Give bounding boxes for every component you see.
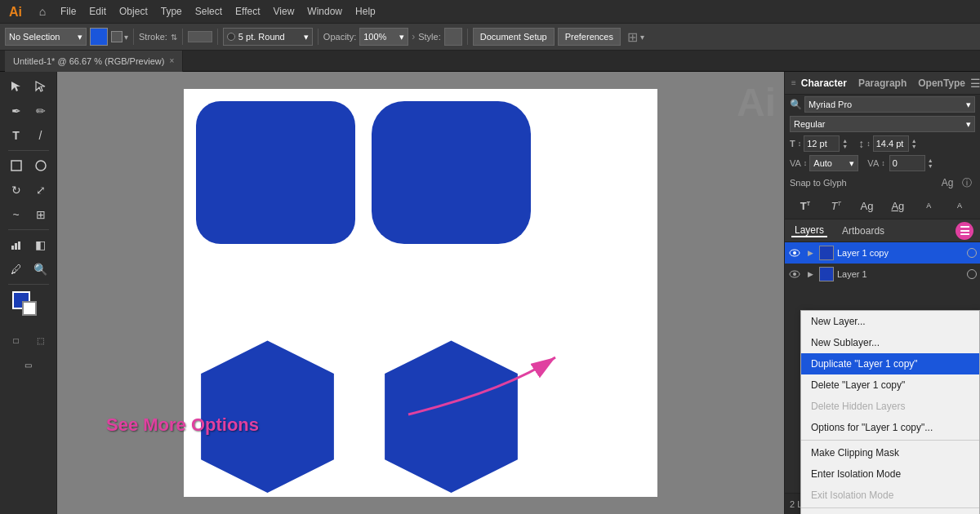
opacity-dropdown[interactable]: 100% ▾ [359,28,408,46]
chart-tool[interactable] [5,233,28,256]
stroke-style-dropdown[interactable]: 5 pt. Round ▾ [223,28,313,46]
tab-close-btn[interactable]: × [169,56,174,65]
ctx-duplicate-layer[interactable]: Duplicate "Layer 1 copy" [801,353,979,374]
tracking-arrows[interactable]: ▲ ▼ [928,157,933,169]
ellipse-tool[interactable] [29,154,52,177]
character-tab[interactable]: Character [801,78,847,89]
rect-tool[interactable] [5,154,28,177]
menu-edit[interactable]: Edit [82,2,113,20]
zoom-tool[interactable]: 🔍 [29,258,52,281]
font-search-icon[interactable]: 🔍 [790,99,802,110]
screen-mode[interactable]: ▭ [17,353,40,376]
menu-help[interactable]: Help [349,2,382,20]
tool-row-1 [5,75,52,98]
selection-dropdown[interactable]: No Selection ▾ [5,28,87,46]
ctx-new-layer[interactable]: New Layer... [801,311,979,332]
tool-sep-1 [8,150,49,151]
tool-sep-2 [8,229,49,230]
opacity-more[interactable]: › [412,31,415,42]
normal-mode[interactable]: □ [5,329,28,352]
tool-sep-3 [8,284,49,285]
tool-row-8: 🖊 🔍 [5,258,52,281]
layer-name-1: Layer 1 [837,269,964,279]
layer-visibility-1copy[interactable] [788,246,801,259]
menu-object[interactable]: Object [113,2,154,20]
direct-select-tool[interactable] [29,75,52,98]
scale-tool[interactable]: ⤢ [29,179,52,202]
char-style-tx1[interactable]: TT [795,195,816,216]
char-style-tx2[interactable]: TT [826,195,847,216]
char-style-a2[interactable]: A [949,195,970,216]
rotate-tool[interactable]: ↻ [5,179,28,202]
font-name-dropdown[interactable]: Myriad Pro ▾ [804,96,975,113]
layer-target-1[interactable] [967,269,977,279]
document-setup-btn[interactable]: Document Setup [473,28,555,46]
char-style-ag1[interactable]: Ag [857,195,878,216]
layer-target-1copy[interactable] [967,248,977,258]
context-menu: New Layer... New Sublayer... Duplicate "… [800,310,980,514]
ctx-make-clipping[interactable]: Make Clipping Mask [801,442,979,463]
char-style-a1[interactable]: A [918,195,939,216]
layer-name-1copy: Layer 1 copy [837,248,964,258]
fill-color[interactable] [90,28,108,46]
menu-window[interactable]: Window [301,2,349,20]
font-size-field[interactable]: 12 pt [804,135,840,152]
layer-item-1-copy[interactable]: ▶ Layer 1 copy [785,242,980,264]
menu-view[interactable]: View [267,2,301,20]
layer-item-1[interactable]: ▶ Layer 1 [785,264,980,285]
style-color[interactable] [444,28,462,46]
line-tool[interactable]: / [29,124,52,147]
snap-info-icon[interactable]: ⓘ [959,175,975,191]
pen-tool[interactable]: ✒ [5,100,28,122]
panel-grip-icon: ≡ [791,78,796,87]
character-panel-menu[interactable]: ☰ [970,77,980,90]
ctx-delete-layer-copy[interactable]: Delete "Layer 1 copy" [801,374,979,396]
warp-tool[interactable]: ~ [5,203,28,226]
layer-thumb-1copy [819,246,834,260]
layers-panel-header: Layers Artboards ☰ [785,219,980,242]
tracking-field[interactable]: 0 [889,155,925,171]
preferences-btn[interactable]: Preferences [558,28,621,46]
menu-select[interactable]: Select [189,2,229,20]
layers-tab[interactable]: Layers [791,224,827,237]
menu-file[interactable]: File [54,2,82,20]
paragraph-tab[interactable]: Paragraph [858,78,906,89]
font-style-dropdown[interactable]: Regular ▾ [790,116,975,132]
ctx-options[interactable]: Options for "Layer 1 copy"... [801,417,979,438]
shape-rounded-topright [372,101,531,244]
brush-tool[interactable]: ✏ [29,100,52,122]
select-tool[interactable] [5,75,28,98]
kerning-dropdown[interactable]: Auto ▾ [809,155,858,171]
text-tool[interactable]: T [5,124,28,147]
artboards-tab[interactable]: Artboards [839,225,888,237]
char-style-row: TT TT Ag Ag A A [785,193,980,219]
opentype-tab[interactable]: OpenType [918,78,965,89]
layer-visibility-1[interactable] [788,268,801,281]
ctx-new-sublayer[interactable]: New Sublayer... [801,332,979,353]
stroke-arrows[interactable]: ⇅ [171,33,177,42]
layers-menu-btn[interactable]: ☰ [956,222,973,240]
snap-ag-icon[interactable]: Ag [939,175,956,191]
menu-effect[interactable]: Effect [229,2,266,20]
free-transform-tool[interactable]: ⊞ [29,203,52,226]
menu-type[interactable]: Type [154,2,189,20]
eyedropper-tool[interactable]: 🖊 [5,258,28,281]
draw-mode[interactable]: ⬚ [29,329,52,352]
ctx-enter-isolation[interactable]: Enter Isolation Mode [801,463,979,485]
font-size-arrows[interactable]: ▲ ▼ [842,138,848,149]
layer-expand-1copy[interactable]: ▶ [804,247,816,259]
bg-color-box[interactable] [22,301,37,316]
home-icon[interactable]: ⌂ [31,0,54,23]
ctx-locate-object[interactable]: Locate Object [801,510,979,514]
opacity-label: Opacity: [323,32,356,42]
layer-expand-1[interactable]: ▶ [804,268,816,280]
arrange-icon[interactable]: ⊞ [627,29,638,45]
line-height-field[interactable]: 14.4 pt [873,135,909,152]
tab-document[interactable]: Untitled-1* @ 66.67 % (RGB/Preview) × [5,51,183,72]
canvas-area[interactable]: See More Options Ai [57,72,784,514]
line-height-arrows[interactable]: ▲ ▼ [911,138,917,149]
char-style-ag2[interactable]: Ag [887,195,908,216]
gradient-tool[interactable]: ◧ [29,233,52,256]
stroke-color-preview[interactable] [188,31,212,42]
tracking-icon: VA [867,158,879,168]
